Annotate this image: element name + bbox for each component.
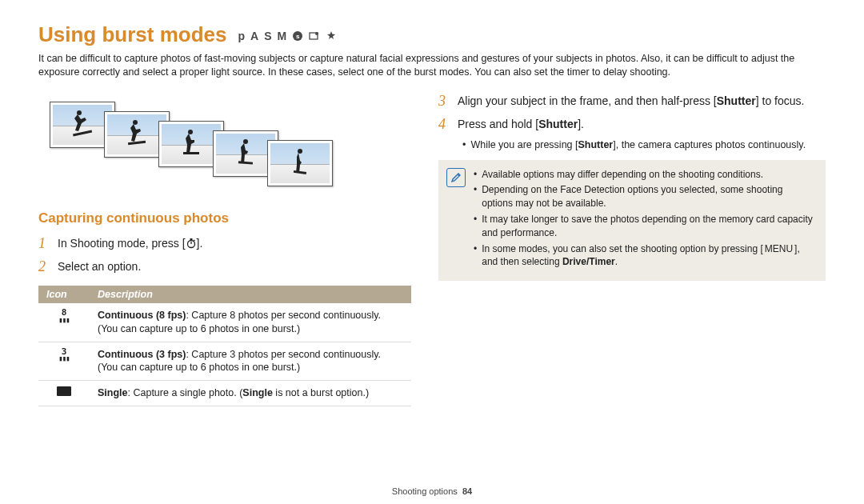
note-icon <box>446 168 466 187</box>
step-text: Select an option. <box>58 256 141 278</box>
table-row: 8▮▮▮ Continuous (8 fps): Capture 8 photo… <box>38 303 411 342</box>
page-footer: Shooting options 84 <box>38 482 826 496</box>
manual-page: Using burst modes p A S M s It can be di… <box>0 0 864 504</box>
svg-rect-11 <box>294 170 306 174</box>
note-item: Available options may differ depending o… <box>474 168 816 182</box>
steps-left: 1 In Shooting mode, press []. 2 Select a… <box>38 233 411 278</box>
step-text: Press and hold [Shutter]. <box>458 114 584 135</box>
note-item: In some modes, you can also set the shoo… <box>474 242 816 270</box>
footer-section: Shooting options <box>392 486 458 496</box>
mode-night-icon <box>309 30 320 42</box>
mode-m: M <box>278 30 287 42</box>
svg-point-2 <box>77 110 82 115</box>
note-box: Available options may differ depending o… <box>438 160 826 282</box>
note-item: It may take longer to save the photos de… <box>474 213 816 240</box>
options-table: Icon Description 8▮▮▮ Continuous (8 fps)… <box>38 286 411 406</box>
mode-s: S <box>264 30 271 42</box>
step-4-bullet: While you are pressing [Shutter], the ca… <box>462 138 826 152</box>
title-row: Using burst modes p A S M s <box>38 22 826 47</box>
svg-point-1 <box>315 32 318 35</box>
desc-cell: Single: Capture a single photo. (Single … <box>90 381 411 406</box>
step-number: 1 <box>38 233 50 254</box>
timer-icon <box>186 237 197 248</box>
intro-text: It can be difficult to capture photos of… <box>38 52 826 79</box>
burst-8fps-icon: 8▮▮▮ <box>38 303 90 342</box>
table-row: 3▮▮▮ Continuous (3 fps): Capture 3 photo… <box>38 342 411 381</box>
menu-label: MENU <box>763 242 794 256</box>
svg-rect-7 <box>183 152 199 154</box>
mode-smart-icon: s <box>292 30 303 42</box>
svg-rect-3 <box>73 130 92 137</box>
note-item: Depending on the Face Detection options … <box>474 183 816 210</box>
step-number: 2 <box>38 256 50 278</box>
step-2: 2 Select an option. <box>38 256 411 278</box>
page-title: Using burst modes <box>38 22 226 47</box>
footer-page-number: 84 <box>462 486 472 496</box>
step-text: In Shooting mode, press []. <box>58 233 202 254</box>
burst-3fps-icon: 3▮▮▮ <box>38 342 90 381</box>
svg-point-6 <box>188 130 193 134</box>
step-text: Align your subject in the frame, and the… <box>458 90 804 112</box>
content-columns: Capturing continuous photos 1 In Shootin… <box>38 90 826 482</box>
right-column: 3 Align your subject in the frame, and t… <box>438 90 826 482</box>
mode-a: A <box>250 30 258 42</box>
note-list: Available options may differ depending o… <box>474 168 816 272</box>
step-4: 4 Press and hold [Shutter]. <box>438 114 826 135</box>
burst-illustration <box>50 97 354 191</box>
desc-cell: Continuous (8 fps): Capture 8 photos per… <box>90 303 411 342</box>
th-icon: Icon <box>38 286 90 303</box>
thumb-5 <box>267 140 333 186</box>
th-desc: Description <box>90 286 411 303</box>
left-column: Capturing continuous photos 1 In Shootin… <box>38 90 411 482</box>
svg-point-10 <box>298 149 302 154</box>
svg-rect-13 <box>190 238 192 240</box>
mode-icons-group: p A S M s <box>238 30 337 42</box>
mode-magic-icon <box>326 30 337 42</box>
section-subhead: Capturing continuous photos <box>38 210 411 226</box>
step-3: 3 Align your subject in the frame, and t… <box>438 90 826 112</box>
svg-rect-5 <box>128 141 146 145</box>
step-number: 3 <box>438 90 450 112</box>
svg-point-4 <box>133 120 138 125</box>
svg-point-8 <box>243 139 248 144</box>
mode-p: p <box>238 30 245 42</box>
single-shot-icon <box>38 381 90 406</box>
svg-line-15 <box>194 240 195 241</box>
step-number: 4 <box>438 114 450 135</box>
table-row: Single: Capture a single photo. (Single … <box>38 381 411 406</box>
step-1: 1 In Shooting mode, press []. <box>38 233 411 254</box>
desc-cell: Continuous (3 fps): Capture 3 photos per… <box>90 342 411 381</box>
svg-rect-9 <box>238 162 253 165</box>
